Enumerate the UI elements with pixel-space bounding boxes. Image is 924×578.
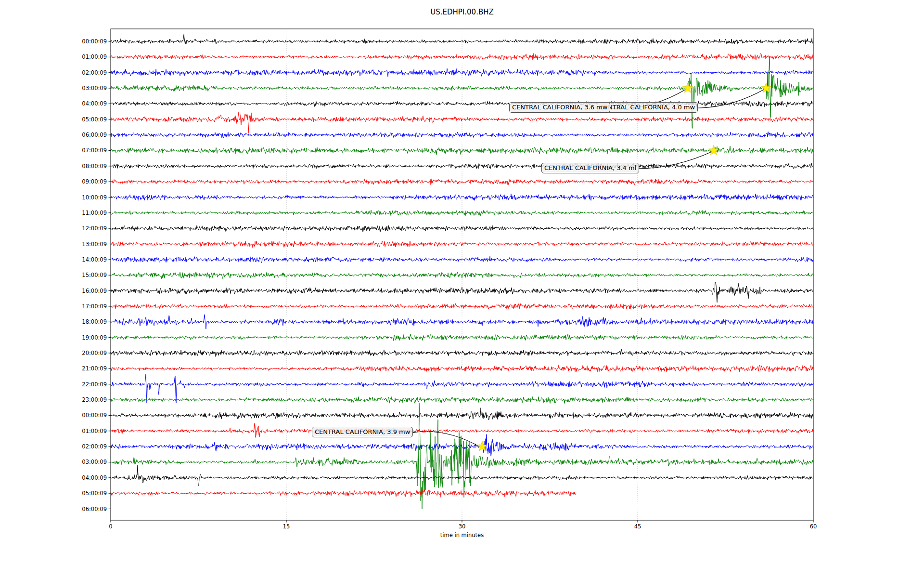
trace-row-12-12:00:09 bbox=[111, 225, 813, 232]
row-time-label: 17:00:09 bbox=[0, 303, 107, 310]
row-time-label: 04:00:09 bbox=[0, 474, 107, 481]
trace-row-19-19:00:09 bbox=[111, 334, 813, 341]
event-annotation-a1: CENTRAL CALIFORNIA, 3.6 mw bbox=[509, 102, 610, 113]
x-tick-label: 15 bbox=[272, 523, 301, 530]
row-time-label: 00:00:09 bbox=[0, 38, 107, 45]
trace-row-24-00:00:09 bbox=[111, 408, 813, 420]
row-time-label: 16:00:09 bbox=[0, 288, 107, 294]
x-axis-label: time in minutes bbox=[111, 532, 813, 539]
row-time-label: 10:00:09 bbox=[0, 194, 107, 201]
row-time-label: 23:00:09 bbox=[0, 396, 107, 403]
row-time-label: 06:00:09 bbox=[0, 131, 107, 138]
event-annotation-a4: CENTRAL CALIFORNIA, 3.9 mw bbox=[312, 427, 413, 437]
row-time-label: 06:00:09 bbox=[0, 506, 107, 512]
trace-row-27-03:00:09 bbox=[111, 403, 813, 509]
row-time-label: 12:00:09 bbox=[0, 225, 107, 232]
row-time-label: 00:00:09 bbox=[0, 412, 107, 419]
row-time-label: 04:00:09 bbox=[0, 100, 107, 107]
seismogram-figure: US.EDHPI.00.BHZ time in minutes 01530456… bbox=[0, 0, 924, 578]
x-tick-label: 30 bbox=[448, 523, 476, 530]
row-time-label: 02:00:09 bbox=[0, 69, 107, 76]
dayplot-canvas bbox=[0, 0, 924, 578]
row-time-label: 02:00:09 bbox=[0, 443, 107, 450]
trace-row-20-20:00:09 bbox=[111, 349, 813, 356]
row-time-label: 05:00:09 bbox=[0, 116, 107, 123]
row-time-label: 01:00:09 bbox=[0, 428, 107, 434]
trace-row-15-15:00:09 bbox=[111, 272, 813, 279]
trace-row-16-16:00:09 bbox=[111, 282, 813, 302]
trace-row-14-14:00:09 bbox=[111, 256, 813, 263]
trace-row-21-21:00:09 bbox=[111, 365, 813, 372]
trace-row-13-13:00:09 bbox=[111, 241, 813, 248]
row-time-label: 15:00:09 bbox=[0, 272, 107, 278]
row-time-label: 08:00:09 bbox=[0, 163, 107, 170]
row-time-label: 18:00:09 bbox=[0, 318, 107, 325]
row-time-label: 09:00:09 bbox=[0, 178, 107, 185]
row-time-label: 05:00:09 bbox=[0, 490, 107, 497]
trace-row-5-05:00:09 bbox=[111, 112, 813, 134]
trace-row-29-05:00:09 bbox=[111, 490, 576, 498]
row-time-label: 03:00:09 bbox=[0, 85, 107, 92]
x-tick-label: 45 bbox=[623, 523, 652, 530]
row-time-label: 13:00:09 bbox=[0, 241, 107, 248]
row-time-label: 14:00:09 bbox=[0, 256, 107, 263]
row-time-label: 22:00:09 bbox=[0, 381, 107, 388]
trace-row-23-23:00:09 bbox=[111, 396, 813, 403]
event-annotation-a3: CENTRAL CALIFORNIA, 3.4 ml bbox=[541, 163, 639, 173]
row-time-label: 07:00:09 bbox=[0, 147, 107, 154]
row-time-label: 20:00:09 bbox=[0, 350, 107, 356]
trace-row-11-11:00:09 bbox=[111, 210, 813, 216]
page-title: US.EDHPI.00.BHZ bbox=[111, 8, 813, 16]
trace-row-25-01:00:09 bbox=[111, 423, 813, 438]
row-time-label: 11:00:09 bbox=[0, 210, 107, 216]
row-time-label: 19:00:09 bbox=[0, 334, 107, 341]
x-tick-label: 60 bbox=[799, 523, 828, 530]
row-time-label: 03:00:09 bbox=[0, 459, 107, 465]
row-time-label: 01:00:09 bbox=[0, 53, 107, 60]
event-annotation-a2: CENTRAL CALIFORNIA, 4.0 mw bbox=[597, 102, 698, 113]
row-time-label: 21:00:09 bbox=[0, 365, 107, 372]
x-tick-label: 0 bbox=[96, 523, 125, 530]
